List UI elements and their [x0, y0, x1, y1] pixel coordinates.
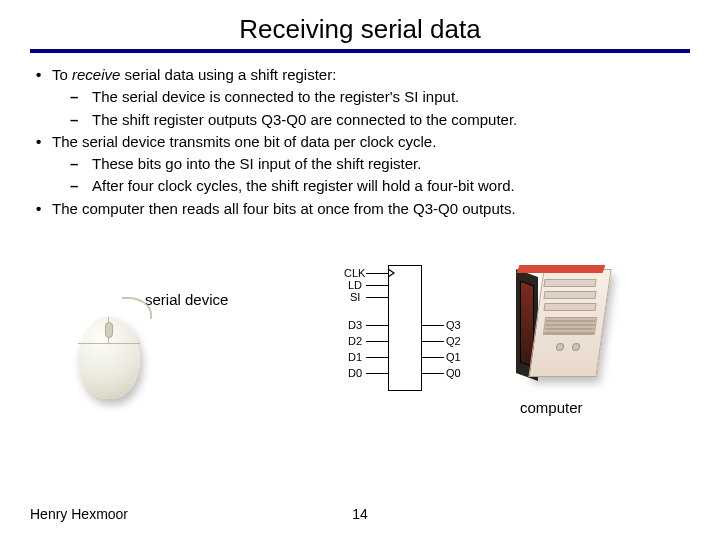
pin-label-si: SI [350, 291, 360, 303]
footer: Henry Hexmoor 14 [30, 506, 690, 522]
bullet-1: • To receive serial data using a shift r… [30, 65, 690, 85]
bullet-1-sub-2: – The shift register outputs Q3-Q0 are c… [30, 110, 690, 130]
pin-label-clk: CLK [344, 267, 365, 279]
pin-label-q2: Q2 [446, 335, 461, 347]
bullet-1-italic: receive [72, 66, 120, 83]
dash-mark: – [70, 87, 92, 107]
bullet-2-sub-1-text: These bits go into the SI input of the s… [92, 154, 421, 174]
bullet-1-text: To receive serial data using a shift reg… [52, 65, 336, 85]
pin-label-d2: D2 [348, 335, 362, 347]
title-separator [30, 49, 690, 53]
bullet-1-sub-1: – The serial device is connected to the … [30, 87, 690, 107]
bullet-3: • The computer then reads all four bits … [30, 199, 690, 219]
pin-label-d3: D3 [348, 319, 362, 331]
bullet-3-text: The computer then reads all four bits at… [52, 199, 516, 219]
bullet-2-sub-1: – These bits go into the SI input of the… [30, 154, 690, 174]
bullet-1-sub-1-text: The serial device is connected to the re… [92, 87, 459, 107]
bullet-1-pre: To [52, 66, 72, 83]
pin-label-q0: Q0 [446, 367, 461, 379]
footer-page-number: 14 [352, 506, 368, 522]
pin-label-d1: D1 [348, 351, 362, 363]
bullet-1-post: serial data using a shift register: [120, 66, 336, 83]
footer-author: Henry Hexmoor [30, 506, 128, 522]
computer-tower-icon [500, 265, 650, 395]
pin-label-d0: D0 [348, 367, 362, 379]
shift-register-diagram: CLK LD SI D3 D2 D1 D0 Q3 Q2 Q1 Q0 [336, 259, 476, 399]
figure-area: serial device computer CLK LD SI D3 D2 D… [30, 239, 690, 449]
bullet-2-text: The serial device transmits one bit of d… [52, 132, 436, 152]
bullet-mark: • [30, 132, 52, 152]
pin-label-ld: LD [348, 279, 362, 291]
dash-mark: – [70, 154, 92, 174]
dash-mark: – [70, 176, 92, 196]
dash-mark: – [70, 110, 92, 130]
mouse-icon [60, 299, 170, 409]
bullet-mark: • [30, 199, 52, 219]
bullet-1-sub-2-text: The shift register outputs Q3-Q0 are con… [92, 110, 517, 130]
bullet-2-sub-2: – After four clock cycles, the shift reg… [30, 176, 690, 196]
bullet-list: • To receive serial data using a shift r… [30, 65, 690, 219]
pin-label-q1: Q1 [446, 351, 461, 363]
computer-label: computer [520, 399, 583, 416]
bullet-2-sub-2-text: After four clock cycles, the shift regis… [92, 176, 515, 196]
bullet-2: • The serial device transmits one bit of… [30, 132, 690, 152]
bullet-mark: • [30, 65, 52, 85]
pin-label-q3: Q3 [446, 319, 461, 331]
slide-title: Receiving serial data [30, 10, 690, 47]
